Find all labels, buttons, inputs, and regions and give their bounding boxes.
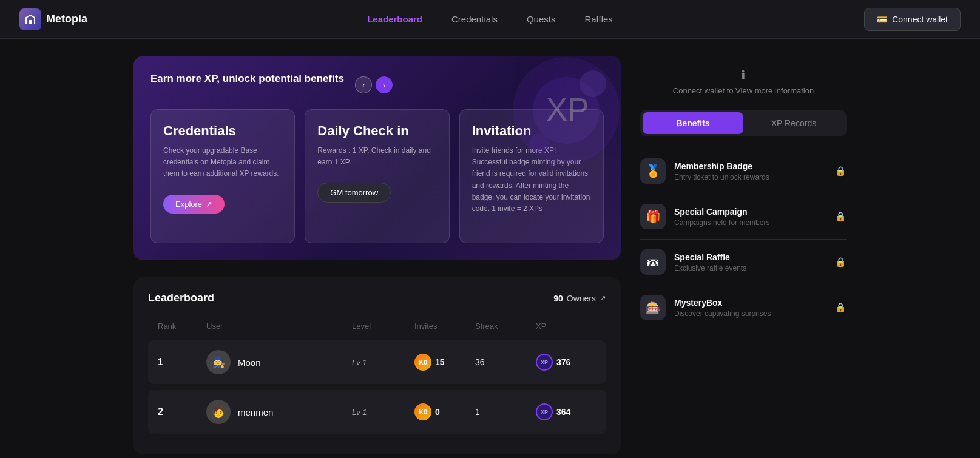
membership-icon: 🏅 [646,164,661,178]
svg-point-5 [530,134,550,154]
campaign-icon: 🎁 [646,209,661,224]
col-level: Level [352,322,414,331]
explore-label: Explore [175,200,202,209]
banner-card-checkin-title: Daily Check in [317,123,436,139]
benefit-desc-campaign: Campaigns held for members [674,218,826,227]
lock-icon-membership: 🔒 [835,166,847,177]
benefit-name-membership: Membership Badge [674,161,826,171]
avatar-emoji-2: 🧑 [212,405,225,419]
benefit-name-raffle: Special Raffle [674,252,826,262]
xp-icon-2: XP [536,403,553,420]
banner-prev-button[interactable]: ‹ [355,76,372,93]
benefit-desc-raffle: Exclusive raffle events [674,264,826,272]
banner-card-credentials: Credentials Check your upgradable Base c… [150,109,295,243]
table-row: 1 🧙 Moon Lv 1 K0 15 36 XP 376 [148,340,606,384]
level-1: Lv 1 [352,358,414,367]
banner-decoration: XP [499,56,621,177]
lock-icon-raffle: 🔒 [835,257,847,268]
benefit-desc-mystery: Discover captivating surprises [674,309,826,318]
nav-raffles[interactable]: Raffles [584,12,612,27]
connect-info-text: Connect wallet to View more information [640,86,847,95]
benefits-tabs: Benefits XP Records [640,110,847,136]
benefit-desc-membership: Entry ticket to unlock rewards [674,173,826,181]
banner-next-button[interactable]: › [376,76,393,93]
username-1: Moon [238,357,261,368]
raffle-icon: 🎟 [647,255,659,269]
avatar-2: 🧑 [206,400,231,424]
logo: Metopia [19,8,87,30]
xp-2: XP 364 [536,403,596,420]
invites-1: K0 15 [414,354,475,371]
col-streak: Streak [475,322,536,331]
nav-credentials[interactable]: Credentials [451,12,498,27]
logo-text: Metopia [46,13,87,25]
lock-icon-campaign: 🔒 [835,211,847,222]
banner-title: Earn more XP, unlock potential benefits [150,73,344,85]
svg-point-4 [580,70,606,97]
benefit-icon-mystery: 🎰 [640,295,666,320]
gm-label: GM tomorrow [330,188,378,197]
username-2: menmen [238,407,273,417]
table-header: Rank User Level Invites Streak XP [148,317,606,335]
benefit-mystery-box: 🎰 MysteryBox Discover captivating surpri… [640,285,847,330]
navbar: Metopia Leaderboard Credentials Quests R… [0,0,980,39]
benefit-special-campaign: 🎁 Special Campaign Campaigns held for me… [640,194,847,240]
nav-quests[interactable]: Quests [527,12,556,27]
leaderboard-section: Leaderboard 90 Owners ↗ Rank User Level … [133,277,621,454]
user-cell-2: 🧑 menmen [206,400,352,424]
rank-2: 2 [158,406,206,417]
col-invites: Invites [414,322,475,331]
lock-icon-mystery: 🔒 [835,302,847,313]
benefit-info-raffle: Special Raffle Exclusive raffle events [674,252,826,272]
xp-icon-1: XP [536,354,553,371]
xp-1: XP 376 [536,354,596,371]
benefit-name-campaign: Special Campaign [674,207,826,217]
nav-links: Leaderboard Credentials Quests Raffles [367,12,613,27]
invite-count-1: 15 [435,357,445,367]
streak-2: 1 [475,407,536,417]
benefit-info-membership: Membership Badge Entry ticket to unlock … [674,161,826,181]
logo-icon [19,8,41,30]
invites-2: K0 0 [414,403,475,420]
benefit-special-raffle: 🎟 Special Raffle Exclusive raffle events… [640,240,847,285]
benefit-name-mystery: MysteryBox [674,298,826,308]
invite-icon-2: K0 [414,403,431,420]
streak-1: 36 [475,357,536,367]
connect-info: ℹ Connect wallet to View more informatio… [640,56,847,110]
leaderboard-header: Leaderboard 90 Owners ↗ [148,292,606,305]
left-panel: XP Earn more XP, unlock potential benefi… [133,56,621,454]
mystery-icon: 🎰 [646,300,661,315]
level-2: Lv 1 [352,408,414,417]
benefit-icon-campaign: 🎁 [640,204,666,229]
wallet-icon: 💳 [877,15,887,24]
connect-wallet-button[interactable]: 💳 Connect wallet [864,8,961,31]
external-link-icon[interactable]: ↗ [600,294,606,303]
avatar-emoji-1: 🧙 [212,355,225,369]
invite-icon-1: K0 [414,354,431,371]
col-user: User [206,322,352,331]
banner-card-checkin-text: Rewards : 1 XP. Check in daily and earn … [317,145,436,168]
col-xp: XP [536,322,596,331]
col-rank: Rank [158,322,206,331]
tab-benefits[interactable]: Benefits [643,112,743,134]
user-cell-1: 🧙 Moon [206,350,352,374]
invite-count-2: 0 [435,407,440,417]
svg-rect-0 [29,20,32,24]
explore-icon: ↗ [206,200,212,209]
benefit-icon-raffle: 🎟 [640,249,666,275]
xp-count-2: 364 [556,407,570,417]
gm-tomorrow-button[interactable]: GM tomorrow [317,183,391,203]
info-icon: ℹ [640,68,847,83]
owners-badge: 90 Owners ↗ [553,294,606,303]
rank-1: 1 [158,357,206,368]
banner-card-credentials-title: Credentials [163,123,282,139]
connect-wallet-label: Connect wallet [892,15,948,24]
banner-card-credentials-text: Check your upgradable Base credentials o… [163,145,282,180]
tab-xp-records[interactable]: XP Records [743,112,844,134]
explore-button[interactable]: Explore ↗ [163,195,225,214]
xp-count-1: 376 [556,357,570,367]
avatar-1: 🧙 [206,350,231,374]
benefit-info-campaign: Special Campaign Campaigns held for memb… [674,207,826,227]
nav-leaderboard[interactable]: Leaderboard [367,12,422,27]
svg-text:XP: XP [546,92,589,127]
